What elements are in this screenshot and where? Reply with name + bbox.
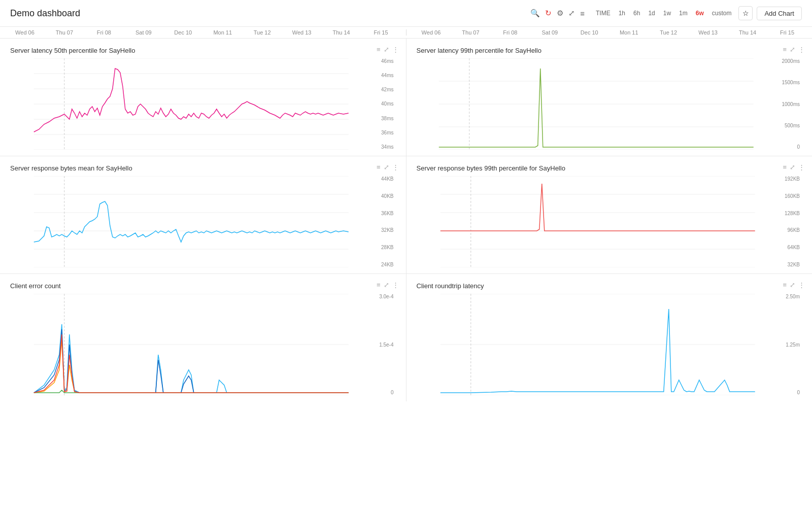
star-button[interactable]: ☆ xyxy=(738,6,753,20)
date-fri08-right: Fri 08 xyxy=(490,29,530,36)
chart-panel-1: Server latency 50th percentile for SayHe… xyxy=(0,39,407,156)
expand-icon-1[interactable]: ⤢ xyxy=(384,46,389,53)
timeline-right: Wed 06 Thu 07 Fri 08 Sat 09 Dec 10 Mon 1… xyxy=(407,29,813,36)
chart-title-1: Server latency 50th percentile for SayHe… xyxy=(10,47,396,54)
date-fri15-right: Fri 15 xyxy=(767,29,807,36)
more-icon-1[interactable]: ⋮ xyxy=(392,46,399,53)
date-dec10-right: Dec 10 xyxy=(569,29,609,36)
expand-icon-3[interactable]: ⤢ xyxy=(384,163,389,171)
chart-svg-3 xyxy=(10,176,373,267)
expand-icon-4[interactable]: ⤢ xyxy=(790,163,795,171)
chart-panel-2: Server latency 99th percentile for SayHe… xyxy=(407,39,813,156)
header-icons: 🔍 ↻ ⚙ ⤢ ≡ xyxy=(530,9,585,18)
chart-area-4: 192KB 160KB 128KB 96KB 64KB 32KB xyxy=(417,176,802,267)
legend-icon-6[interactable]: ≡ xyxy=(783,281,787,289)
time-btn-6h[interactable]: 6h xyxy=(630,9,643,18)
date-thu14-right: Thu 14 xyxy=(728,29,767,36)
time-btn-1m[interactable]: 1m xyxy=(676,9,691,18)
chart-title-4: Server response bytes 99th percentile fo… xyxy=(417,164,802,172)
date-wed06-right: Wed 06 xyxy=(412,29,451,36)
charts-row-3: Client error count ≡ ⤢ ⋮ xyxy=(0,274,812,401)
date-mon11-left: Mon 11 xyxy=(203,29,243,36)
chart-toolbar-3: ≡ ⤢ ⋮ xyxy=(377,163,399,171)
date-thu07-right: Thu 07 xyxy=(451,29,490,36)
expand-icon-5[interactable]: ⤢ xyxy=(384,281,389,289)
y-axis-3: 44KB 40KB 36KB 32KB 28KB 24KB xyxy=(373,176,396,267)
chart-toolbar-1: ≡ ⤢ ⋮ xyxy=(377,46,399,53)
time-btn-custom[interactable]: custom xyxy=(709,9,735,18)
chart-title-6: Client roundtrip latency xyxy=(417,282,802,290)
legend-icon-1[interactable]: ≡ xyxy=(377,46,381,53)
time-btn-TIME[interactable]: TIME xyxy=(593,9,614,18)
chart-svg-1 xyxy=(10,58,373,150)
date-mon11-right: Mon 11 xyxy=(609,29,649,36)
y-axis-4: 192KB 160KB 128KB 96KB 64KB 32KB xyxy=(779,176,802,267)
chart-title-5: Client error count xyxy=(10,282,396,290)
chart-svg-5 xyxy=(10,294,373,395)
time-btn-6w[interactable]: 6w xyxy=(693,9,707,18)
charts-row-1: Server latency 50th percentile for SayHe… xyxy=(0,39,812,156)
chart-area-2: 2000ms 1500ms 1000ms 500ms 0 xyxy=(417,58,802,150)
time-btn-1d[interactable]: 1d xyxy=(645,9,658,18)
date-fri15-left: Fri 15 xyxy=(361,29,401,36)
legend-icon-4[interactable]: ≡ xyxy=(783,163,787,171)
fullscreen-icon[interactable]: ⤢ xyxy=(568,9,575,18)
chart-panel-3: Server response bytes mean for SayHello … xyxy=(0,156,407,273)
chart-toolbar-5: ≡ ⤢ ⋮ xyxy=(377,281,399,289)
refresh-icon[interactable]: ↻ xyxy=(545,9,552,18)
expand-icon-6[interactable]: ⤢ xyxy=(790,281,795,289)
more-icon-3[interactable]: ⋮ xyxy=(392,163,399,171)
more-icon-6[interactable]: ⋮ xyxy=(798,281,805,289)
chart-svg-6 xyxy=(417,294,779,395)
time-btn-1h[interactable]: 1h xyxy=(616,9,628,18)
chart-area-5: 3.0e-4 1.5e-4 0 xyxy=(10,294,396,395)
menu-icon[interactable]: ≡ xyxy=(580,9,585,18)
date-sat09-left: Sat 09 xyxy=(124,29,163,36)
chart-area-3: 44KB 40KB 36KB 32KB 28KB 24KB xyxy=(10,176,396,267)
chart-toolbar-4: ≡ ⤢ ⋮ xyxy=(783,163,805,171)
chart-toolbar-6: ≡ ⤢ ⋮ xyxy=(783,281,805,289)
legend-icon-3[interactable]: ≡ xyxy=(377,163,381,171)
y-axis-1: 46ms 44ms 42ms 40ms 38ms 36ms 34ms xyxy=(373,58,396,150)
date-tue12-left: Tue 12 xyxy=(243,29,282,36)
page-title: Demo dashboard xyxy=(10,8,80,19)
expand-icon-2[interactable]: ⤢ xyxy=(790,46,795,53)
search-icon[interactable]: 🔍 xyxy=(530,9,540,18)
chart-toolbar-2: ≡ ⤢ ⋮ xyxy=(783,46,805,53)
more-icon-2[interactable]: ⋮ xyxy=(798,46,805,53)
charts-row-2: Server response bytes mean for SayHello … xyxy=(0,156,812,274)
time-btn-1w[interactable]: 1w xyxy=(660,9,674,18)
more-icon-4[interactable]: ⋮ xyxy=(798,163,805,171)
date-fri08-left: Fri 08 xyxy=(84,29,124,36)
y-axis-5: 3.0e-4 1.5e-4 0 xyxy=(373,294,396,395)
time-controls: TIME 1h 6h 1d 1w 1m 6w custom xyxy=(593,9,734,18)
date-thu07-left: Thu 07 xyxy=(45,29,84,36)
date-sat09-right: Sat 09 xyxy=(530,29,569,36)
y-axis-2: 2000ms 1500ms 1000ms 500ms 0 xyxy=(775,58,802,150)
timeline-bar: Wed 06 Thu 07 Fri 08 Sat 09 Dec 10 Mon 1… xyxy=(0,27,812,39)
chart-svg-4 xyxy=(417,176,779,267)
chart-area-6: 2.50m 1.25m 0 xyxy=(417,294,802,395)
date-wed13-left: Wed 13 xyxy=(282,29,322,36)
chart-area-1: 46ms 44ms 42ms 40ms 38ms 36ms 34ms xyxy=(10,58,396,150)
date-dec10-left: Dec 10 xyxy=(163,29,203,36)
legend-icon-2[interactable]: ≡ xyxy=(783,46,787,53)
legend-icon-5[interactable]: ≡ xyxy=(377,281,381,289)
chart-title-3: Server response bytes mean for SayHello xyxy=(10,164,396,172)
header-controls: 🔍 ↻ ⚙ ⤢ ≡ TIME 1h 6h 1d 1w 1m 6w custom … xyxy=(530,6,802,20)
date-wed06-left: Wed 06 xyxy=(5,29,45,36)
timeline-left: Wed 06 Thu 07 Fri 08 Sat 09 Dec 10 Mon 1… xyxy=(0,29,406,36)
chart-panel-4: Server response bytes 99th percentile fo… xyxy=(407,156,813,273)
date-wed13-right: Wed 13 xyxy=(688,29,728,36)
chart-panel-6: Client roundtrip latency ≡ ⤢ ⋮ 2.50m 1.2… xyxy=(407,274,813,401)
chart-title-2: Server latency 99th percentile for SayHe… xyxy=(417,47,802,54)
y-axis-6: 2.50m 1.25m 0 xyxy=(779,294,802,395)
chart-svg-2 xyxy=(417,58,776,150)
more-icon-5[interactable]: ⋮ xyxy=(392,281,399,289)
date-tue12-right: Tue 12 xyxy=(649,29,688,36)
header: Demo dashboard 🔍 ↻ ⚙ ⤢ ≡ TIME 1h 6h 1d 1… xyxy=(0,0,812,27)
add-chart-button[interactable]: Add Chart xyxy=(757,7,802,20)
chart-panel-5: Client error count ≡ ⤢ ⋮ xyxy=(0,274,407,401)
settings-icon[interactable]: ⚙ xyxy=(557,9,563,18)
date-thu14-left: Thu 14 xyxy=(322,29,361,36)
